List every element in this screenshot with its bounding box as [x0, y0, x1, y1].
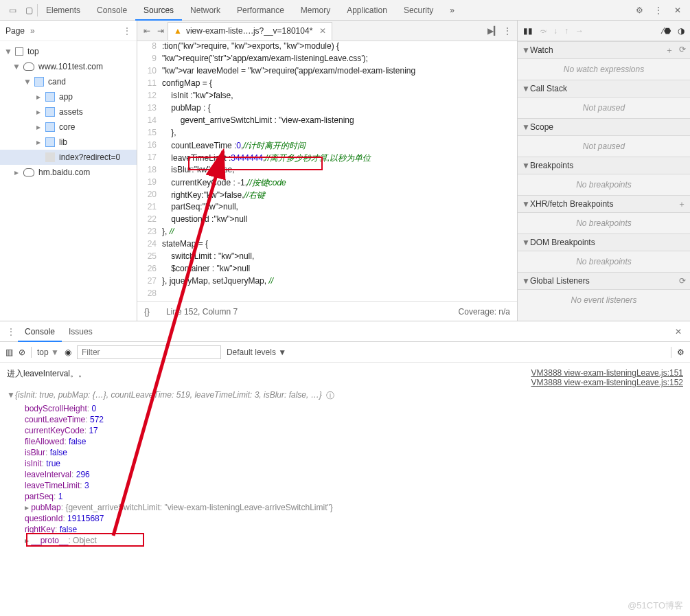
coverage-status: Coverage: n/a — [459, 307, 510, 317]
tree-site[interactable]: ▼www.101test.com — [0, 59, 137, 74]
scope-header[interactable]: ▼Scope — [518, 118, 690, 136]
kebab-icon[interactable]: ⋮ — [650, 2, 667, 19]
console-output[interactable]: 进入leaveInterval。。 VM3888 view-exam-liste… — [0, 363, 690, 616]
page-more-icon[interactable]: » — [30, 26, 35, 36]
file-icon — [45, 152, 55, 162]
console-filter-input[interactable] — [77, 345, 221, 359]
dom-header[interactable]: ▼DOM Breakpoints — [518, 233, 690, 251]
source-link[interactable]: VM3888 view-exam-listeningLeave.js:151 — [531, 368, 683, 378]
tree-index[interactable]: index?redirect=0 — [0, 150, 137, 165]
folder-icon — [45, 122, 55, 132]
settings-icon[interactable]: ⚙ — [631, 2, 647, 19]
nav-fwd-icon[interactable]: ⇥ — [154, 26, 168, 36]
frame-icon — [15, 47, 23, 56]
cursor-position: Line 152, Column 7 — [166, 307, 238, 317]
run-snippet-icon[interactable]: ▶▎ — [487, 26, 501, 36]
page-panel-title[interactable]: Page — [5, 26, 25, 36]
nav-back-icon[interactable]: ⇤ — [140, 26, 154, 36]
cloud-icon — [23, 62, 34, 71]
page-kebab-icon[interactable]: ⋮ — [123, 26, 131, 36]
pretty-print-icon[interactable]: {} — [144, 307, 150, 317]
tree-top[interactable]: ▼top — [0, 44, 137, 59]
folder-icon — [34, 77, 44, 87]
page-panel: Page » ⋮ ▼top ▼www.101test.com ▼cand ▸ap… — [0, 21, 137, 321]
source-link[interactable]: VM3888 view-exam-listeningLeave.js:152 — [531, 378, 683, 387]
step-out-icon[interactable]: ↑ — [564, 26, 568, 36]
console-sidebar-icon[interactable]: ▥ — [5, 347, 13, 357]
tab-sources[interactable]: Sources — [135, 0, 182, 21]
tree-assets[interactable]: ▸assets — [0, 104, 137, 119]
debugger-sidebar: ▮▮ ⤼ ↓ ↑ → ⁄⬣ ◑ ▼Watch＋⟳ No watch expres… — [517, 21, 690, 321]
close-icon[interactable]: ✕ — [669, 2, 686, 19]
warning-icon: ▲ — [174, 26, 182, 36]
context-selector[interactable]: top ▼ — [37, 347, 59, 357]
deactivate-bp-icon[interactable]: ⁄⬣ — [663, 26, 671, 36]
global-header[interactable]: ▼Global Listeners⟳ — [518, 272, 690, 290]
tree-baidu[interactable]: ▸hm.baidu.com — [0, 165, 137, 180]
tree-cand[interactable]: ▼cand — [0, 74, 137, 89]
page-tree: ▼top ▼www.101test.com ▼cand ▸app ▸assets… — [0, 41, 137, 321]
tab-application[interactable]: Application — [338, 0, 395, 21]
callstack-header[interactable]: ▼Call Stack — [518, 80, 690, 98]
page-panel-header: Page » ⋮ — [0, 21, 137, 41]
callstack-body: Not paused — [518, 98, 690, 118]
watch-body: No watch expressions — [518, 59, 690, 80]
xhr-body: No breakpoints — [518, 213, 690, 233]
expand-icon[interactable]: ▼ — [7, 390, 15, 400]
breakpoints-header[interactable]: ▼Breakpoints — [518, 157, 690, 174]
close-tab-icon[interactable]: ✕ — [319, 26, 326, 36]
editor-tab[interactable]: ▲ view-exam-liste….js?__v=180104* ✕ — [168, 22, 332, 40]
device-toggle-icon[interactable]: ▢ — [21, 2, 37, 19]
editor-tab-label: view-exam-liste….js?__v=180104* — [186, 26, 312, 36]
add-watch-icon[interactable]: ＋ — [665, 45, 674, 56]
tab-performance[interactable]: Performance — [229, 0, 292, 21]
step-into-icon[interactable]: ↓ — [553, 26, 557, 36]
console-settings-icon[interactable]: ⚙ — [677, 347, 685, 357]
editor-kebab-icon[interactable]: ⋮ — [501, 26, 514, 36]
tree-lib[interactable]: ▸lib — [0, 135, 137, 150]
tab-elements[interactable]: Elements — [38, 0, 89, 21]
breakpoints-body: No breakpoints — [518, 174, 690, 195]
console-kebab-icon[interactable]: ⋮ — [4, 327, 18, 336]
scope-body: Not paused — [518, 136, 690, 157]
inspect-icon[interactable]: ▭ — [4, 2, 21, 19]
levels-selector[interactable]: Default levels ▼ — [227, 347, 286, 357]
close-drawer-icon[interactable]: ✕ — [671, 327, 686, 336]
pause-exceptions-icon[interactable]: ◑ — [678, 26, 685, 36]
dom-body: No breakpoints — [518, 251, 690, 272]
step-over-icon[interactable]: ⤼ — [540, 26, 547, 36]
tab-memory[interactable]: Memory — [292, 0, 338, 21]
drawer-tab-issues[interactable]: Issues — [62, 321, 100, 342]
step-icon[interactable]: → — [575, 26, 584, 36]
tab-security[interactable]: Security — [395, 0, 441, 21]
tree-core[interactable]: ▸core — [0, 119, 137, 135]
watermark: @51CTO博客 — [628, 600, 683, 612]
devtools-toolbar: ▭ ▢ Elements Console Sources Network Per… — [0, 0, 690, 21]
editor-status: {} Line 152, Column 7 Coverage: n/a — [137, 301, 517, 321]
cloud-icon — [23, 168, 34, 176]
pause-icon[interactable]: ▮▮ — [523, 26, 533, 36]
refresh-global-icon[interactable]: ⟳ — [679, 276, 686, 286]
tab-network[interactable]: Network — [182, 0, 229, 21]
add-xhr-icon[interactable]: ＋ — [678, 198, 686, 210]
console-message: 进入leaveInterval。。 — [7, 368, 87, 380]
folder-icon — [45, 107, 55, 117]
folder-icon — [45, 92, 55, 102]
xhr-header[interactable]: ▼XHR/fetch Breakpoints＋ — [518, 195, 690, 213]
folder-icon — [45, 137, 55, 147]
code-area[interactable]: 8:tion("kw">require, "kw">exports, "kw">… — [137, 41, 517, 301]
tab-console[interactable]: Console — [89, 0, 135, 21]
watch-header[interactable]: ▼Watch＋⟳ — [518, 41, 690, 59]
global-body: No event listeners — [518, 290, 690, 310]
live-expression-icon[interactable]: ◉ — [65, 347, 71, 357]
drawer-tab-console[interactable]: Console — [18, 321, 62, 342]
console-drawer: ⋮ Console Issues ✕ ▥ ⊘ top ▼ ◉ Default l… — [0, 321, 690, 616]
refresh-watch-icon[interactable]: ⟳ — [679, 45, 686, 56]
source-editor: ⇤ ⇥ ▲ view-exam-liste….js?__v=180104* ✕ … — [137, 21, 517, 321]
tab-more[interactable]: » — [441, 0, 463, 21]
object-summary: {isInit: true, pubMap: {…}, countLeaveTi… — [15, 390, 322, 400]
tree-app[interactable]: ▸app — [0, 89, 137, 104]
clear-console-icon[interactable]: ⊘ — [19, 347, 25, 357]
